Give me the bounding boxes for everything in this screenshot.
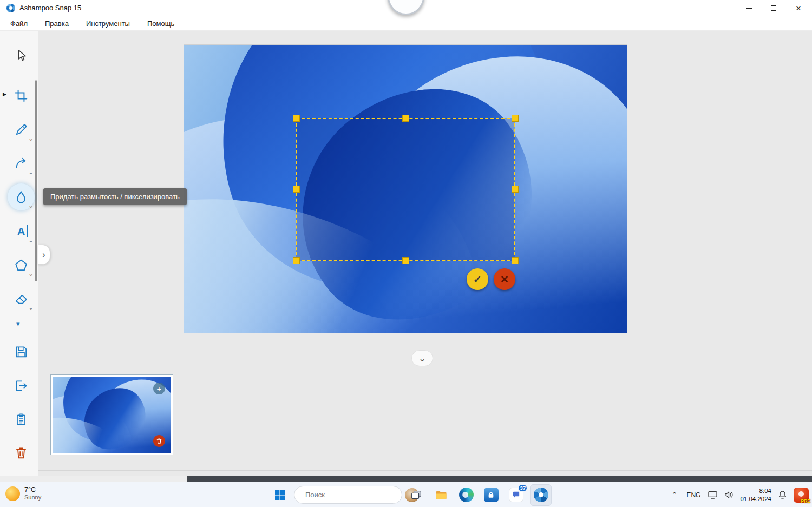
selection-handle-top-middle[interactable]: [402, 115, 409, 122]
clipboard-icon: [14, 412, 28, 426]
trash-icon: [14, 446, 28, 460]
network-icon[interactable]: [708, 490, 718, 500]
cross-icon: ✕: [500, 273, 509, 286]
file-explorer-button[interactable]: [430, 484, 452, 506]
editor-canvas[interactable]: ✓ ✕: [184, 45, 627, 333]
expand-right-icon: ›: [42, 250, 45, 260]
clock-date: 01.04.2024: [740, 495, 771, 503]
clock-widget[interactable]: 8:04 01.04.2024: [740, 487, 771, 503]
export-button[interactable]: [9, 374, 33, 398]
tool-arrow[interactable]: ⌄: [9, 152, 33, 175]
task-view-icon: [410, 489, 422, 501]
save-button[interactable]: [9, 340, 33, 364]
taskbar-search[interactable]: [294, 486, 402, 504]
store-button[interactable]: [480, 484, 502, 506]
chevron-down-icon: ⌄: [418, 353, 426, 364]
tool-eraser[interactable]: ⌄: [9, 287, 33, 311]
thumbnail-zoom-button[interactable]: +: [153, 383, 165, 394]
selection-handle-bottom-middle[interactable]: [402, 257, 409, 264]
pre-badge: PRE: [801, 498, 810, 504]
snap-app-button[interactable]: [530, 484, 552, 506]
weather-widget[interactable]: 7°C Sunny: [5, 486, 41, 501]
cursor-icon: [14, 48, 28, 62]
app-logo-icon: [6, 4, 15, 12]
edge-browser-button[interactable]: [455, 484, 477, 506]
language-indicator[interactable]: ENG: [685, 489, 702, 501]
tool-shape[interactable]: ⌄: [9, 253, 33, 277]
chevron-down-icon[interactable]: ⌄: [28, 271, 34, 276]
window-controls: ✕: [736, 0, 811, 16]
crop-icon: [14, 89, 28, 103]
windows-logo-icon: [274, 490, 285, 501]
trash-icon: [156, 438, 162, 444]
sidebar-expander[interactable]: ›: [38, 245, 50, 265]
search-input[interactable]: [305, 491, 401, 499]
text-caret-icon: [27, 225, 28, 237]
snap-tray-icon[interactable]: PRE: [794, 488, 809, 503]
tool-pen[interactable]: ⌄: [9, 118, 33, 142]
menu-help[interactable]: Помощь: [147, 19, 174, 28]
clock-time: 8:04: [759, 487, 771, 495]
taskbar-center: 37: [269, 484, 552, 506]
weather-temp: 7°C: [24, 486, 41, 494]
tray-chevron-up[interactable]: ⌃: [670, 489, 680, 501]
folder-icon: [435, 489, 448, 502]
start-button[interactable]: [269, 484, 291, 506]
tool-text[interactable]: A ⌄: [9, 220, 33, 243]
menu-bar: Файл Правка Инструменты Помощь: [0, 16, 812, 31]
notification-bell-icon[interactable]: [777, 490, 788, 500]
clipboard-button[interactable]: [9, 407, 33, 431]
capture-thumbnail[interactable]: +: [50, 374, 173, 455]
store-icon: [484, 488, 499, 502]
tool-blur[interactable]: ⌄: [9, 185, 33, 209]
tool-crop[interactable]: [9, 84, 33, 108]
selection-handle-top-right[interactable]: [512, 115, 519, 122]
tool-select[interactable]: [9, 43, 33, 67]
sidebar-scrollbar[interactable]: [35, 80, 37, 281]
delete-button[interactable]: [9, 441, 33, 465]
more-tools-icon[interactable]: ▾: [16, 320, 20, 328]
pencil-icon: [14, 123, 28, 137]
weather-condition: Sunny: [24, 494, 41, 501]
chevron-down-icon[interactable]: ⌄: [28, 238, 34, 243]
sun-icon: [5, 486, 20, 501]
minimize-button[interactable]: [736, 0, 761, 16]
blur-selection-region[interactable]: [296, 118, 515, 261]
chevron-down-icon[interactable]: ⌄: [28, 203, 34, 208]
curved-arrow-icon: [14, 156, 28, 170]
maximize-button[interactable]: [761, 0, 786, 16]
selection-handle-top-left[interactable]: [293, 115, 300, 122]
task-view-button[interactable]: [405, 484, 427, 506]
menu-file[interactable]: Файл: [10, 19, 28, 28]
menu-edit[interactable]: Правка: [45, 19, 69, 28]
confirm-button[interactable]: ✓: [467, 268, 488, 290]
editor-content: ▶ ⌄: [0, 31, 812, 476]
cancel-button[interactable]: ✕: [494, 268, 515, 290]
close-icon: ✕: [796, 4, 802, 12]
desktop-strip-dark: [187, 476, 812, 482]
edge-icon: [459, 488, 474, 502]
selection-handle-bottom-left[interactable]: [293, 257, 300, 264]
tooltip: Придать размытость / пикселизировать: [43, 188, 187, 205]
chevron-down-icon[interactable]: ⌄: [28, 136, 34, 141]
chat-badge: 37: [518, 484, 528, 492]
app-window: Ashampoo Snap 15 ✕ Файл Правка Инструмен…: [0, 0, 812, 507]
chat-button[interactable]: 37: [505, 484, 527, 506]
close-button[interactable]: ✕: [786, 0, 811, 16]
check-icon: ✓: [473, 273, 482, 286]
snap-aperture-icon: [534, 488, 548, 502]
chevron-down-icon[interactable]: ⌄: [28, 305, 34, 310]
thumbnail-delete-button[interactable]: [153, 435, 165, 447]
volume-icon[interactable]: [724, 490, 734, 500]
maximize-icon: [771, 5, 776, 11]
selection-handle-middle-left[interactable]: [293, 186, 300, 193]
eraser-icon: [14, 292, 28, 306]
menu-tools[interactable]: Инструменты: [86, 19, 130, 28]
selection-handle-middle-right[interactable]: [512, 186, 519, 193]
selection-handle-bottom-right[interactable]: [512, 257, 519, 264]
tool-sidebar: ▶ ⌄: [0, 31, 38, 476]
export-icon: [14, 379, 28, 393]
chevron-down-icon[interactable]: ⌄: [28, 169, 34, 175]
save-icon: [14, 345, 28, 359]
collapse-panel-button[interactable]: ⌄: [411, 350, 433, 366]
